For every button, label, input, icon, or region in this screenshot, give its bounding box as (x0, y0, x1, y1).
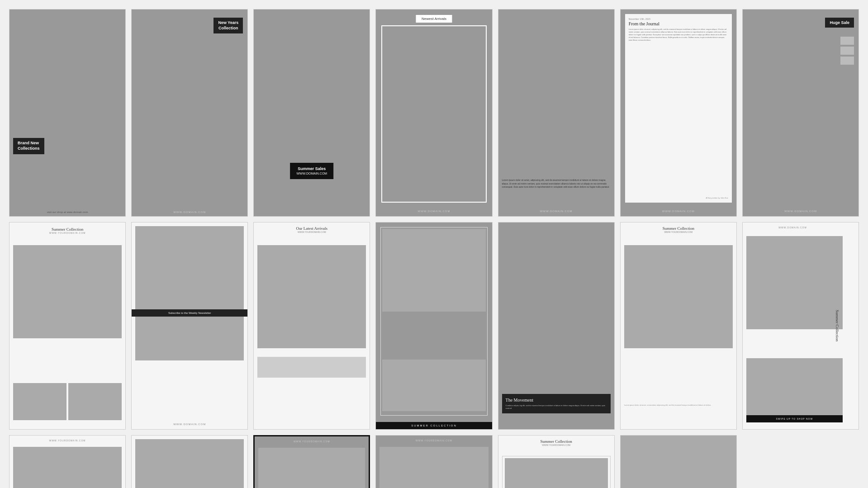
card13-img (624, 245, 733, 348)
card19-title: Summer Collection (498, 439, 614, 444)
card-6[interactable]: November 13th, 2023 From the Journal Lor… (620, 9, 737, 217)
card13-title: Summer Collection (621, 226, 736, 231)
card14-url: WWW.DOMAIN.COM (743, 226, 843, 229)
template-grid: Brand NewCollections visit our shop at w… (9, 9, 859, 488)
card14-img-bottom (746, 358, 843, 420)
card4-footer: WWW.DOMAIN.COM (376, 210, 492, 213)
card1-label: Brand NewCollections (13, 138, 44, 154)
card-14[interactable]: WWW.DOMAIN.COM Summer Collection SWIPE U… (742, 222, 859, 430)
card8-img-row (13, 383, 122, 420)
card-2[interactable]: New YearsCollection WWW.DOMAIN.COM (131, 9, 248, 217)
card-20[interactable]: Brand NewCollections (620, 435, 737, 488)
card17-img (258, 448, 365, 488)
card13-lorem: Lorem ipsum dolor sit amet, consectetur … (624, 404, 733, 407)
card3-center-label: Summer SalesWWW.DOMAIN.COM (290, 163, 334, 179)
card11-img-top (382, 229, 485, 312)
card17-url: WWW.YOURDOMAIN.COM (255, 440, 369, 443)
card9-subscribe: Subscribe to the Weekly Newsletter (132, 309, 247, 317)
card4-top-label: Newest Arrivals (416, 15, 452, 23)
card-11[interactable]: SUMMER COLLECTION (375, 222, 492, 430)
card-4[interactable]: Newest Arrivals WWW.DOMAIN.COM (375, 9, 492, 217)
card9-footer: WWW.DOMAIN.COM (132, 423, 247, 426)
card-15[interactable]: WWW.YOURDOMAIN.COM (9, 435, 126, 488)
card5-body: Lorem ipsum dolor sit amet, adipiscing e… (502, 179, 611, 189)
card5-footer: WWW.DOMAIN.COM (498, 210, 614, 213)
card8-img-half-left (13, 383, 66, 420)
card-13[interactable]: Summer Collection WWW.YOURDOMAIN.COM Lor… (620, 222, 737, 430)
card-16[interactable]: Two Collectables Lorem ipsum dolor sit a… (131, 435, 248, 488)
card15-img-main (13, 447, 122, 488)
card8-subtitle: WWW.YOURDOMAIN.COM (9, 232, 125, 234)
card4-inner-frame (381, 25, 486, 203)
card10-gray-bar (257, 357, 366, 378)
card13-subtitle: WWW.YOURDOMAIN.COM (621, 231, 736, 233)
card18-url: WWW.YOURDOMAIN.COM (376, 439, 492, 442)
card12-body: Curabitur adipisc ing elit, sed do eiusm… (506, 404, 607, 410)
card10-top-text: Our Latest Arrivals WWW.YOURDOMAIN.COM (254, 226, 370, 233)
card19-subtitle: WWW.YOURDOMAIN.COM (498, 444, 614, 446)
card7-small-rects (840, 37, 854, 65)
card-12[interactable]: The Movement Curabitur adipisc ing elit,… (498, 222, 615, 430)
card-18[interactable]: WWW.YOURDOMAIN.COM New SpringCollections (375, 435, 492, 488)
card15-url: WWW.YOURDOMAIN.COM (9, 439, 125, 442)
card12-title: The Movement (506, 398, 607, 403)
card12-text-box: The Movement Curabitur adipisc ing elit,… (502, 394, 611, 413)
card-19[interactable]: Summer Collection WWW.YOURDOMAIN.COM (498, 435, 615, 488)
card-10[interactable]: Our Latest Arrivals WWW.YOURDOMAIN.COM (253, 222, 370, 430)
card-17[interactable]: WWW.YOURDOMAIN.COM SWIPE UP TO SHOP NOW (253, 435, 370, 488)
card6-body: Lorem ipsum dolor sit amet, adipiscing e… (629, 28, 728, 197)
card6-footer: WWW.DOMAIN.COM (621, 210, 736, 213)
card19-top-text: Summer Collection WWW.YOURDOMAIN.COM (498, 439, 614, 446)
card-3[interactable]: Summer SalesWWW.DOMAIN.COM (253, 9, 370, 217)
card-bg (132, 9, 247, 216)
card6-date: November 13th, 2023 (629, 18, 728, 20)
card14-img-main (746, 236, 843, 329)
card8-img-half-right (68, 383, 122, 420)
card-5[interactable]: Lorem ipsum dolor sit amet, adipiscing e… (498, 9, 615, 217)
card6-panel: November 13th, 2023 From the Journal Lor… (625, 14, 732, 203)
card7-top-label: Huge Sale (825, 18, 854, 28)
card8-img-main (13, 245, 122, 338)
card1-footer: visit our shop at www.domain.com (9, 211, 125, 213)
card2-top-label: New YearsCollection (213, 18, 243, 33)
card13-top-text: Summer Collection WWW.YOURDOMAIN.COM (621, 226, 736, 233)
card8-top-text: Summer Collection WWW.YOURDOMAIN.COM (9, 227, 125, 234)
card18-img (379, 447, 488, 488)
card-bg (9, 9, 125, 216)
card14-rotated: Summer Collection (835, 310, 840, 341)
card-1[interactable]: Brand NewCollections visit our shop at w… (9, 9, 126, 217)
card7-footer: WWW.DOMAIN.COM (743, 210, 859, 213)
card-bg (254, 9, 370, 216)
card8-title: Summer Collection (9, 227, 125, 232)
card11-bottom-bar: SUMMER COLLECTION (376, 422, 492, 429)
card-9[interactable]: Subscribe to the Weekly Newsletter WWW.D… (131, 222, 248, 430)
card16-img (135, 439, 244, 488)
card11-img-bottom (382, 360, 485, 411)
card14-swipe: SWIPE UP TO SHOP NOW (746, 415, 843, 422)
card10-title: Our Latest Arrivals (254, 226, 370, 231)
card6-title: From the Journal (629, 21, 728, 26)
card-8[interactable]: Summer Collection WWW.YOURDOMAIN.COM (9, 222, 126, 430)
card10-img (257, 245, 366, 348)
card-bg (621, 436, 736, 488)
card9-img (135, 226, 244, 360)
card2-footer: WWW.DOMAIN.COM (132, 211, 247, 213)
card-7[interactable]: Huge Sale WWW.DOMAIN.COM (742, 9, 859, 217)
card10-subtitle: WWW.YOURDOMAIN.COM (254, 231, 370, 233)
card19-img (505, 458, 608, 488)
card6-author: A Story written by John Doe (629, 197, 728, 199)
